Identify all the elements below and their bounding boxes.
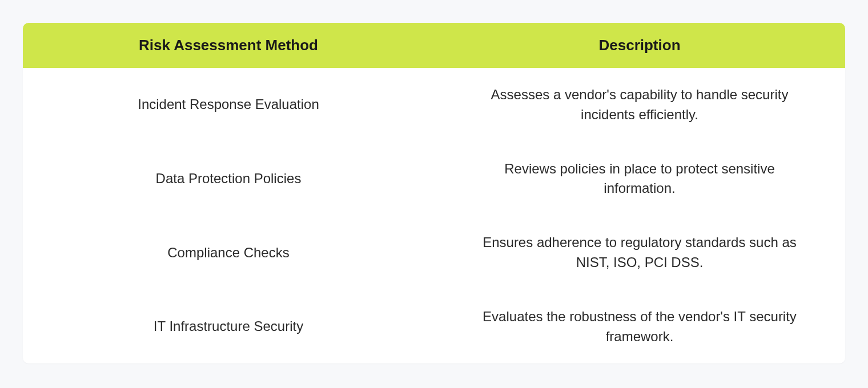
cell-method: Incident Response Evaluation — [23, 68, 434, 142]
cell-description: Ensures adherence to regulatory standard… — [434, 216, 845, 290]
table-row: Compliance Checks Ensures adherence to r… — [23, 216, 845, 290]
table-body: Incident Response Evaluation Assesses a … — [23, 68, 845, 363]
risk-assessment-table: Risk Assessment Method Description Incid… — [23, 23, 845, 363]
cell-method: Data Protection Policies — [23, 142, 434, 216]
table-header-row: Risk Assessment Method Description — [23, 23, 845, 68]
col-header-method: Risk Assessment Method — [23, 23, 434, 68]
table-row: Data Protection Policies Reviews policie… — [23, 142, 845, 216]
table-row: IT Infrastructure Security Evaluates the… — [23, 290, 845, 364]
cell-method: Compliance Checks — [23, 216, 434, 290]
cell-description: Evaluates the robustness of the vendor's… — [434, 290, 845, 364]
cell-description: Reviews policies in place to protect sen… — [434, 142, 845, 216]
cell-description: Assesses a vendor's capability to handle… — [434, 68, 845, 142]
table-row: Incident Response Evaluation Assesses a … — [23, 68, 845, 142]
col-header-description: Description — [434, 23, 845, 68]
cell-method: IT Infrastructure Security — [23, 290, 434, 364]
